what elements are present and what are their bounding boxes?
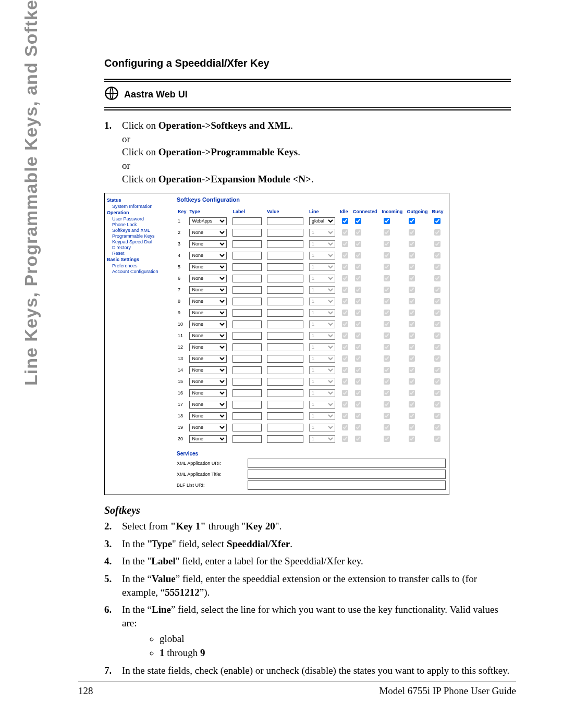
- value-input[interactable]: [267, 263, 303, 271]
- outgoing-checkbox[interactable]: [409, 287, 415, 293]
- connected-checkbox[interactable]: [355, 344, 361, 350]
- line-select[interactable]: 1: [309, 309, 335, 317]
- outgoing-checkbox[interactable]: [409, 390, 415, 396]
- value-input[interactable]: [267, 309, 303, 317]
- label-input[interactable]: [232, 229, 262, 237]
- type-select[interactable]: None: [189, 286, 227, 294]
- busy-checkbox[interactable]: [434, 367, 440, 373]
- connected-checkbox[interactable]: [355, 229, 361, 236]
- outgoing-checkbox[interactable]: [409, 355, 415, 362]
- outgoing-checkbox[interactable]: [409, 413, 415, 419]
- connected-checkbox[interactable]: [355, 378, 361, 385]
- nav-item[interactable]: Account Configuration: [112, 269, 175, 274]
- idle-checkbox[interactable]: [342, 252, 348, 258]
- type-select[interactable]: None: [189, 240, 227, 248]
- outgoing-checkbox[interactable]: [409, 401, 415, 408]
- idle-checkbox[interactable]: [342, 264, 348, 270]
- line-select[interactable]: 1: [309, 412, 335, 420]
- value-input[interactable]: [267, 229, 303, 237]
- value-input[interactable]: [267, 252, 303, 260]
- connected-checkbox[interactable]: [355, 241, 361, 247]
- line-select[interactable]: 1: [309, 332, 335, 340]
- type-select[interactable]: None: [189, 401, 227, 409]
- outgoing-checkbox[interactable]: [409, 436, 415, 442]
- busy-checkbox[interactable]: [434, 424, 440, 430]
- label-input[interactable]: [232, 412, 262, 420]
- label-input[interactable]: [232, 389, 262, 397]
- outgoing-checkbox[interactable]: [409, 344, 415, 350]
- label-input[interactable]: [232, 378, 262, 386]
- nav-item[interactable]: Preferences: [112, 263, 175, 268]
- type-select[interactable]: WebApps: [189, 217, 227, 225]
- incoming-checkbox[interactable]: [384, 298, 390, 304]
- value-input[interactable]: [267, 298, 303, 305]
- idle-checkbox[interactable]: [342, 355, 348, 362]
- busy-checkbox[interactable]: [434, 298, 440, 304]
- outgoing-checkbox[interactable]: [409, 252, 415, 258]
- type-select[interactable]: None: [189, 298, 227, 305]
- busy-checkbox[interactable]: [434, 264, 440, 270]
- label-input[interactable]: [232, 343, 262, 351]
- nav-item[interactable]: Keypad Speed Dial: [112, 239, 175, 244]
- idle-checkbox[interactable]: [342, 436, 348, 442]
- label-input[interactable]: [232, 298, 262, 305]
- value-input[interactable]: [267, 320, 303, 328]
- incoming-checkbox[interactable]: [384, 264, 390, 270]
- busy-checkbox[interactable]: [434, 321, 440, 327]
- line-select[interactable]: 1: [309, 424, 335, 431]
- incoming-checkbox[interactable]: [384, 401, 390, 408]
- busy-checkbox[interactable]: [434, 218, 440, 224]
- nav-item[interactable]: Softkeys and XML: [112, 228, 175, 233]
- nav-item[interactable]: Directory: [112, 245, 175, 250]
- nav-item[interactable]: Programmable Keys: [112, 233, 175, 239]
- outgoing-checkbox[interactable]: [409, 367, 415, 373]
- idle-checkbox[interactable]: [342, 241, 348, 247]
- value-input[interactable]: [267, 412, 303, 420]
- label-input[interactable]: [232, 366, 262, 374]
- busy-checkbox[interactable]: [434, 332, 440, 339]
- incoming-checkbox[interactable]: [384, 252, 390, 258]
- idle-checkbox[interactable]: [342, 321, 348, 327]
- connected-checkbox[interactable]: [355, 275, 361, 281]
- incoming-checkbox[interactable]: [384, 390, 390, 396]
- value-input[interactable]: [267, 217, 303, 225]
- type-select[interactable]: None: [189, 366, 227, 374]
- connected-checkbox[interactable]: [355, 287, 361, 293]
- type-select[interactable]: None: [189, 412, 227, 420]
- busy-checkbox[interactable]: [434, 229, 440, 236]
- idle-checkbox[interactable]: [342, 413, 348, 419]
- outgoing-checkbox[interactable]: [409, 275, 415, 281]
- connected-checkbox[interactable]: [355, 424, 361, 430]
- idle-checkbox[interactable]: [342, 344, 348, 350]
- label-input[interactable]: [232, 332, 262, 340]
- line-select[interactable]: 1: [309, 275, 335, 282]
- value-input[interactable]: [267, 286, 303, 294]
- type-select[interactable]: None: [189, 389, 227, 397]
- incoming-checkbox[interactable]: [384, 321, 390, 327]
- line-select[interactable]: global: [309, 217, 335, 225]
- type-select[interactable]: None: [189, 229, 227, 237]
- incoming-checkbox[interactable]: [384, 424, 390, 430]
- nav-item[interactable]: System Information: [112, 204, 175, 209]
- idle-checkbox[interactable]: [342, 310, 348, 316]
- busy-checkbox[interactable]: [434, 401, 440, 408]
- outgoing-checkbox[interactable]: [409, 424, 415, 430]
- outgoing-checkbox[interactable]: [409, 241, 415, 247]
- connected-checkbox[interactable]: [355, 321, 361, 327]
- value-input[interactable]: [267, 275, 303, 282]
- idle-checkbox[interactable]: [342, 378, 348, 385]
- idle-checkbox[interactable]: [342, 298, 348, 304]
- type-select[interactable]: None: [189, 275, 227, 282]
- busy-checkbox[interactable]: [434, 390, 440, 396]
- service-input[interactable]: [248, 459, 446, 468]
- connected-checkbox[interactable]: [355, 310, 361, 316]
- busy-checkbox[interactable]: [434, 344, 440, 350]
- outgoing-checkbox[interactable]: [409, 321, 415, 327]
- service-input[interactable]: [248, 480, 446, 490]
- idle-checkbox[interactable]: [342, 218, 348, 224]
- outgoing-checkbox[interactable]: [409, 229, 415, 236]
- value-input[interactable]: [267, 355, 303, 363]
- label-input[interactable]: [232, 320, 262, 328]
- line-select[interactable]: 1: [309, 286, 335, 294]
- value-input[interactable]: [267, 343, 303, 351]
